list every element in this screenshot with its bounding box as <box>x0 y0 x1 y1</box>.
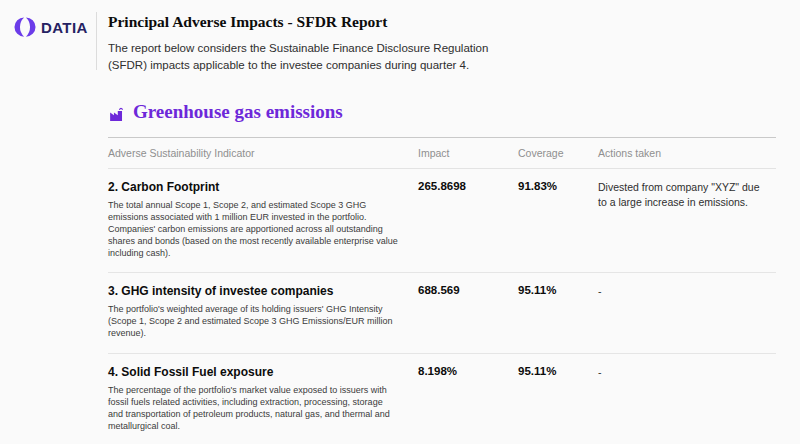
vertical-divider <box>96 12 97 70</box>
actions-taken: Divested from company "XYZ" due to a lar… <box>598 180 776 260</box>
indicator-cell: 4. Solid Fossil Fuel exposure The percen… <box>108 365 418 433</box>
table-row: 2. Carbon Footprint The total annual Sco… <box>108 169 776 274</box>
section-title: Greenhouse gas emissions <box>133 101 343 123</box>
brand-name: DATIA <box>41 19 88 36</box>
indicator-cell: 2. Carbon Footprint The total annual Sco… <box>108 180 418 260</box>
col-header-coverage: Coverage <box>518 147 598 159</box>
col-header-indicator: Adverse Sustainability Indicator <box>108 147 418 159</box>
pai-table: Adverse Sustainability Indicator Impact … <box>108 137 776 444</box>
factory-icon <box>108 106 125 123</box>
page-subtitle: The report below considers the Sustainab… <box>108 40 498 75</box>
indicator-cell: 3. GHG intensity of investee companies T… <box>108 284 418 339</box>
report-content: Principal Adverse Impacts - SFDR Report … <box>108 13 776 444</box>
coverage-value: 95.11% <box>518 284 598 339</box>
table-header-row: Adverse Sustainability Indicator Impact … <box>108 137 776 169</box>
actions-taken: - <box>598 365 776 433</box>
indicator-description: The portfolio's weighted average of its … <box>108 303 418 339</box>
table-row: 4. Solid Fossil Fuel exposure The percen… <box>108 354 776 444</box>
coverage-value: 91.83% <box>518 180 598 260</box>
indicator-title: 2. Carbon Footprint <box>108 180 418 194</box>
indicator-title: 4. Solid Fossil Fuel exposure <box>108 365 418 379</box>
indicator-description: The total annual Scope 1, Scope 2, and e… <box>108 199 418 260</box>
actions-taken: - <box>598 284 776 339</box>
indicator-title: 3. GHG intensity of investee companies <box>108 284 418 298</box>
section-header: Greenhouse gas emissions <box>108 101 776 123</box>
page-title: Principal Adverse Impacts - SFDR Report <box>108 13 776 31</box>
col-header-impact: Impact <box>418 147 518 159</box>
datia-logo[interactable]: DATIA <box>14 16 88 38</box>
datia-logo-icon <box>14 16 36 38</box>
impact-value: 688.569 <box>418 284 518 339</box>
impact-value: 265.8698 <box>418 180 518 260</box>
table-row: 3. GHG intensity of investee companies T… <box>108 273 776 353</box>
coverage-value: 95.11% <box>518 365 598 433</box>
impact-value: 8.198% <box>418 365 518 433</box>
indicator-description: The percentage of the portfolio's market… <box>108 384 418 433</box>
sfdr-report-page: DATIA Principal Adverse Impacts - SFDR R… <box>0 0 800 444</box>
col-header-actions: Actions taken <box>598 147 776 159</box>
